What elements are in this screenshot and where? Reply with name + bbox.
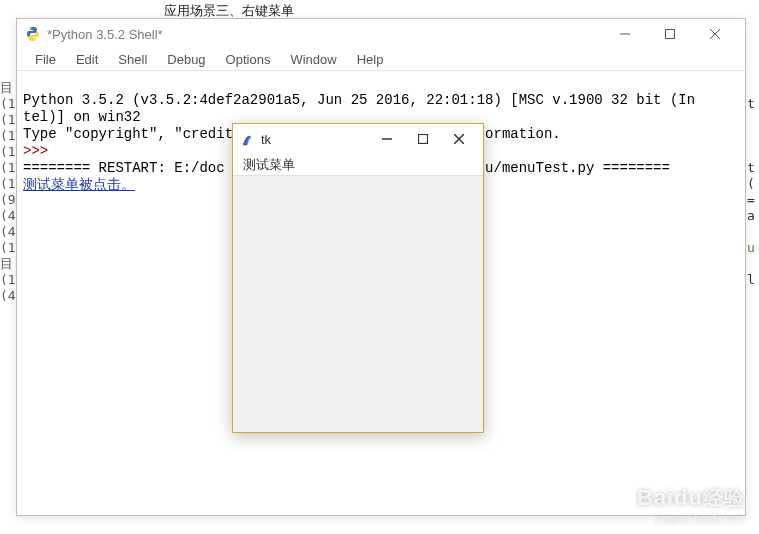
tk-close-button[interactable] [441,125,477,153]
shell-title: *Python 3.5.2 Shell* [47,27,602,42]
minimize-button[interactable] [602,19,647,49]
svg-rect-7 [419,135,428,144]
watermark-brand-en: Baidu [637,485,703,510]
maximize-button[interactable] [647,19,692,49]
console-prompt: >>> [23,143,48,159]
left-edge-fragments: 目(1(1(1(1(1(1(9(4(4(1目(1(4 [0,0,16,534]
watermark: Baidu经验 jingyan.baidu.com [637,485,745,524]
tk-window-controls [369,125,477,153]
shell-window-controls [602,19,737,49]
python-icon [25,26,41,42]
tk-window: tk 测试菜单 [232,123,484,433]
svg-point-11 [735,471,739,477]
watermark-url: jingyan.baidu.com [637,512,745,524]
console-restart-right: enu/menuTest.py ======== [468,160,670,176]
shell-menubar: File Edit Shell Debug Options Window Hel… [17,49,745,71]
tk-body[interactable] [233,176,483,432]
shell-titlebar[interactable]: *Python 3.5.2 Shell* [17,19,745,49]
menu-options[interactable]: Options [216,52,281,67]
tk-title: tk [261,132,369,147]
tk-titlebar[interactable]: tk [233,124,483,154]
console-line1: Python 3.5.2 (v3.5.2:4def2a2901a5, Jun 2… [23,92,695,108]
tk-menubar: 测试菜单 [233,154,483,176]
tk-minimize-button[interactable] [369,125,405,153]
menu-shell[interactable]: Shell [108,52,157,67]
svg-point-13 [732,478,742,486]
menu-debug[interactable]: Debug [157,52,215,67]
svg-rect-3 [665,30,674,39]
menu-window[interactable]: Window [280,52,346,67]
svg-point-1 [34,39,35,40]
menu-help[interactable]: Help [347,52,394,67]
tk-maximize-button[interactable] [405,125,441,153]
paw-icon [727,471,747,490]
menu-edit[interactable]: Edit [66,52,108,67]
right-edge-fragments: tt(=aul [747,0,759,534]
close-button[interactable] [692,19,737,49]
svg-point-10 [729,472,733,478]
tk-icon [239,131,255,147]
watermark-brand-cn: 经验 [703,487,745,509]
svg-point-0 [30,28,31,29]
console-output: 测试菜单被点击。 [23,177,135,193]
tk-menu-test[interactable]: 测试菜单 [239,156,299,174]
menu-file[interactable]: File [25,52,66,67]
svg-point-12 [741,472,745,478]
console-line2: tel)] on win32 [23,109,141,125]
console-restart-left: ======== RESTART: E:/doc [23,160,225,176]
